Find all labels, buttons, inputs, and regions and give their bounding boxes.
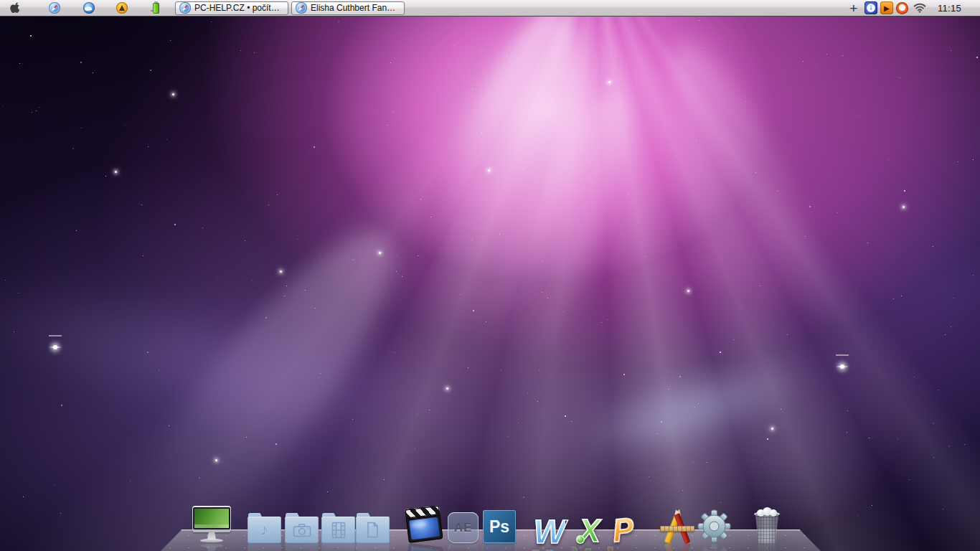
word-icon: W [534, 517, 565, 547]
applications-icon [658, 510, 697, 543]
crumpled-paper [757, 507, 777, 517]
desktop: PC-HELP.CZ • počíta... Elisha Cuthbert F… [0, 0, 980, 551]
dock-item-movie-clapper[interactable] [405, 503, 444, 543]
dock-item-music-folder[interactable]: ♪ ♪ [248, 503, 281, 543]
photoshop-icon: Ps [483, 510, 516, 543]
music-note-icon: ♪ [260, 522, 268, 538]
dock-item-movies-folder[interactable] [321, 503, 355, 543]
safari-icon[interactable] [49, 2, 60, 14]
imac-computer-icon [191, 506, 232, 543]
dock-item-excel[interactable]: X X [572, 505, 608, 545]
taskbar-window-elisha-fansite[interactable]: Elisha Cuthbert Fansite [291, 1, 405, 15]
dock-item-system-preferences[interactable] [697, 503, 731, 543]
documents-folder-icon [356, 513, 390, 543]
dock-item-imac-computer[interactable] [191, 503, 232, 543]
document-icon [366, 522, 380, 538]
taskbar-window-pc-help[interactable]: PC-HELP.CZ • počíta... [175, 1, 288, 15]
camera-icon [293, 523, 311, 537]
powerpoint-icon: P [613, 516, 633, 545]
movies-folder-icon [321, 513, 355, 543]
media-player-icon[interactable]: ▶ [880, 1, 893, 14]
excel-icon: X [579, 517, 600, 545]
system-preferences-gear-icon [697, 509, 731, 543]
dock-item-word[interactable]: W W [529, 507, 570, 547]
trash-icon [753, 507, 781, 543]
clock[interactable]: 11:15 [938, 3, 961, 14]
film-strip-icon [331, 522, 346, 539]
wifi-icon[interactable] [913, 1, 926, 14]
dock-item-pictures-folder[interactable] [285, 503, 319, 543]
amber-a-app-icon[interactable] [116, 2, 128, 14]
safari-icon [179, 2, 191, 14]
dock-item-powerpoint[interactable]: P P [606, 504, 641, 545]
dock-item-after-effects[interactable]: AE AE [448, 503, 479, 543]
dock-item-applications[interactable] [658, 503, 697, 543]
pictures-folder-icon [285, 513, 319, 543]
window-title: Elisha Cuthbert Fansite [311, 3, 398, 13]
wallpaper-aurora [0, 0, 980, 551]
safari-icon [296, 2, 307, 14]
after-effects-icon: AE [448, 512, 479, 543]
window-title: PC-HELP.CZ • počíta... [194, 3, 282, 13]
thunderbird-icon[interactable] [83, 2, 95, 14]
orange-ring-icon[interactable] [896, 1, 909, 14]
dock-item-documents-folder[interactable] [356, 503, 390, 543]
ruler-icon [660, 526, 694, 532]
dock-item-photoshop[interactable]: Ps Ps [483, 503, 516, 543]
plus-icon: + [849, 1, 857, 15]
dock-item-trash[interactable] [753, 503, 781, 543]
new-tab-button[interactable]: + [847, 1, 860, 14]
download-manager-icon[interactable] [864, 1, 877, 14]
menu-bar: PC-HELP.CZ • počíta... Elisha Cuthbert F… [0, 0, 980, 17]
battery-status-icon[interactable] [149, 1, 162, 14]
movie-clapper-icon [405, 506, 444, 543]
apple-icon[interactable] [9, 1, 22, 14]
music-folder-icon: ♪ [248, 513, 281, 543]
